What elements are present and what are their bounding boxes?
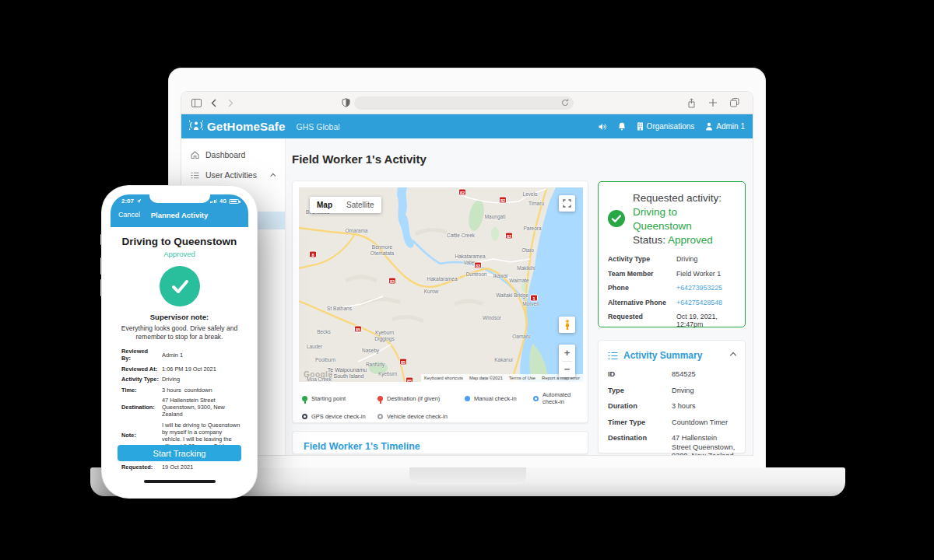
approved-check-icon: [608, 210, 625, 230]
sidebar-item-label: Dashboard: [205, 150, 245, 159]
sidebar-item-user-activities[interactable]: User Activities: [181, 165, 285, 185]
phone-mockup: 2:07 4G Cancel Planned Activity Driving …: [102, 186, 257, 498]
summary-row: ID854525: [608, 370, 736, 380]
legend-item: GPS device check-in: [302, 413, 377, 420]
phone-detail-row-value: 19 Oct 2021: [162, 464, 241, 471]
chevron-up-icon[interactable]: [270, 173, 276, 178]
notifications-bell-icon[interactable]: [618, 122, 626, 131]
ring-gray-icon: [377, 414, 383, 419]
status-value: Approved: [668, 234, 713, 246]
highway-shield: 83: [474, 262, 482, 269]
phone-notch: [149, 194, 210, 203]
summary-row: TypeDriving: [608, 387, 736, 396]
privacy-shield-icon: [339, 96, 353, 110]
sidebar-toggle-icon[interactable]: [189, 96, 203, 110]
timeline-title: Field Worker 1's Timeline: [304, 441, 420, 452]
collapse-chevron-icon[interactable]: [730, 352, 736, 359]
approved-row-value[interactable]: +64275428548: [676, 299, 736, 306]
home-indicator[interactable]: [144, 480, 216, 483]
phone-side-button: [100, 279, 102, 296]
start-tracking-button[interactable]: Start Tracking: [118, 445, 241, 461]
location-arrow-icon: [136, 198, 142, 204]
dot-blue-icon: [465, 396, 470, 401]
approved-row-label: Alternative Phone: [608, 299, 676, 306]
main-content: Field Worker 1's Activity: [286, 138, 753, 455]
google-logo: Google: [304, 370, 332, 379]
zoom-out-button[interactable]: −: [564, 362, 571, 377]
phone-detail-row-label: Note:: [121, 432, 159, 439]
sidebar-item-dashboard[interactable]: Dashboard: [181, 145, 285, 165]
map-legend: Starting pointDestination (if given)Manu…: [299, 382, 581, 420]
new-tab-icon[interactable]: [706, 96, 720, 110]
organisations-nav[interactable]: Organisations: [637, 122, 695, 131]
admin-nav[interactable]: Admin 1: [705, 122, 745, 131]
timeline-card: Field Worker 1's Timeline: [292, 431, 588, 454]
requested-activity-details: Activity TypeDrivingTeam MemberField Wor…: [608, 255, 736, 328]
phone-approved-check-icon: [160, 266, 200, 306]
legend-label: Starting point: [311, 395, 346, 402]
summary-row-value: Driving: [672, 387, 736, 396]
summary-row-value: 3 hours: [672, 402, 736, 411]
highway-shield: 82: [499, 197, 507, 204]
zoom-in-button[interactable]: +: [564, 345, 571, 361]
pin-red-icon: [377, 396, 383, 401]
map-type-control[interactable]: Map Satellite: [310, 197, 381, 213]
highway-shield: 82: [458, 189, 466, 196]
legend-item: Starting point: [302, 391, 377, 405]
approved-row: Activity TypeDriving: [608, 255, 736, 263]
approved-row-label: Requested: [608, 313, 676, 328]
requested-activity-title: Requested activity:: [633, 191, 736, 205]
phone-side-button: [100, 257, 102, 275]
address-bar[interactable]: [354, 96, 574, 110]
summary-row-label: Duration: [608, 402, 672, 411]
phone-detail-row-label: Reviewed At:: [121, 366, 159, 373]
fullscreen-button[interactable]: [559, 195, 575, 212]
fullscreen-icon: [563, 199, 571, 208]
sidebar-item-label: User Activities: [205, 170, 257, 180]
highway-shield: 83: [388, 278, 396, 285]
phone-side-button: [100, 234, 102, 245]
ring-dark-icon: [302, 414, 307, 419]
legend-item: Manual check-in: [465, 391, 533, 405]
highway-shield: 85: [406, 377, 413, 383]
summary-row-label: ID: [608, 370, 672, 380]
approved-row-label: Team Member: [608, 270, 676, 278]
refresh-icon[interactable]: [560, 98, 570, 107]
building-icon: [637, 122, 644, 131]
forward-icon[interactable]: [223, 96, 237, 110]
satellite-button[interactable]: Satellite: [339, 197, 381, 213]
summary-title: Activity Summary: [623, 350, 702, 361]
map-attribution-item: Map data ©2021: [466, 374, 506, 382]
phone-header: 2:07 4G Cancel Planned Activity: [111, 194, 248, 227]
summary-row-value: 854525: [672, 370, 736, 380]
share-icon[interactable]: [684, 96, 698, 110]
pegman-button[interactable]: [559, 317, 575, 333]
brand[interactable]: GetHomeSafe: [189, 120, 286, 134]
laptop-base-notch: [409, 467, 526, 485]
org-name: GHS Global: [297, 122, 340, 131]
sound-icon[interactable]: [599, 123, 607, 131]
summary-row-label: Destination: [608, 434, 672, 455]
tabs-overview-icon[interactable]: [728, 96, 742, 110]
phone-detail-row-label: Reviewed By:: [121, 348, 159, 362]
approved-row-value[interactable]: +64273953225: [676, 284, 736, 292]
summary-row-value: 47 Hallenstein Street Queenstown, 9300, …: [672, 434, 736, 455]
map[interactable]: LevelsTimaruBirchwoodQuailburnMaungatiPa…: [299, 187, 583, 382]
legend-label: Vehicle device check-in: [387, 413, 448, 420]
summary-row: Duration3 hours: [608, 402, 736, 411]
highway-shield: 8: [309, 251, 317, 258]
highway-shield: 82: [505, 233, 513, 240]
status-label: Status:: [633, 234, 665, 246]
phone-detail-row: Activity Type:Driving: [121, 376, 241, 383]
requested-activity-panel: Requested activity: Driving to Queenstow…: [598, 181, 746, 327]
phone-detail-row: Reviewed At:1:06 PM 19 Oct 2021: [121, 366, 241, 373]
summary-row-value: Countdown Timer: [672, 418, 736, 428]
zoom-control[interactable]: + −: [559, 345, 575, 377]
map-button[interactable]: Map: [310, 197, 339, 213]
map-attribution-item[interactable]: Terms of Use: [506, 374, 539, 382]
map-attribution-item[interactable]: Keyboard shortcuts: [421, 374, 466, 382]
approved-row: RequestedOct 19, 2021, 12:47pm: [608, 313, 736, 328]
back-icon[interactable]: [206, 96, 220, 110]
gethomesafe-logo-icon: [189, 120, 203, 134]
phone-detail-row-value: 3 hours countdown: [162, 387, 241, 394]
